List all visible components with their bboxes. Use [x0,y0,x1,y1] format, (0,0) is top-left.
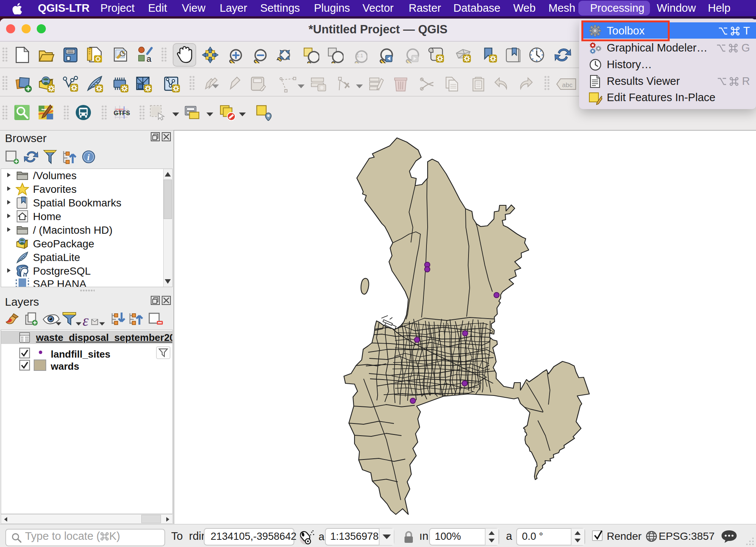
svg-text:GTFS: GTFS [114,109,130,116]
svg-text:a: a [147,54,152,63]
svg-text:1:1: 1:1 [356,53,363,58]
svg-text:abc: abc [562,81,573,89]
svg-text:i: i [87,152,90,162]
